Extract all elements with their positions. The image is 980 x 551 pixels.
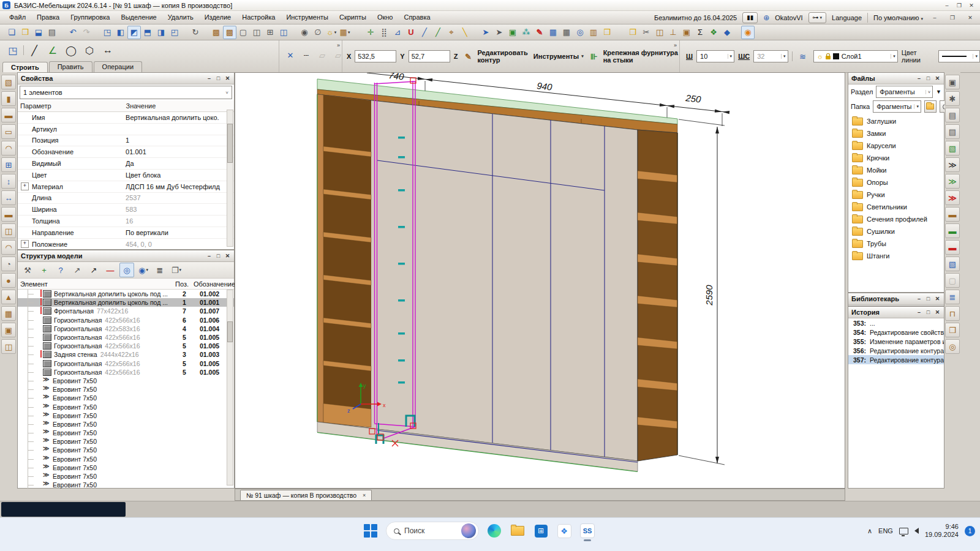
edit-contour-button[interactable]: ✎ Редактировать контур: [461, 49, 529, 64]
add-element-icon[interactable]: +: [37, 263, 51, 277]
clock[interactable]: 9:4619.09.2024: [925, 523, 959, 539]
property-row[interactable]: Артикул: [18, 124, 234, 135]
box-add-icon[interactable]: ▧: [945, 257, 960, 271]
sketch-plane-icon[interactable]: ⊿: [391, 26, 404, 39]
visibility-icon[interactable]: ◉: [136, 263, 151, 277]
menu-item[interactable]: Группировка: [65, 13, 115, 21]
razdel-combo[interactable]: Фрагменты˅: [876, 86, 933, 98]
tools-dropdown[interactable]: Инструменты▾: [533, 53, 584, 60]
radius-clock-icon[interactable]: ◔: [1, 257, 16, 271]
axes-cross-icon[interactable]: ✕: [283, 48, 298, 62]
volume-icon[interactable]: [914, 528, 919, 534]
menu-item[interactable]: Инструменты: [281, 13, 334, 21]
view-iso-icon[interactable]: ◳: [100, 26, 114, 39]
link-node-icon[interactable]: ↗: [70, 263, 85, 277]
property-row[interactable]: Длина 2537: [18, 193, 234, 204]
structure-row[interactable]: Евровинт 7x50: [18, 472, 234, 481]
panel-minimize-icon[interactable]: –: [206, 253, 213, 259]
folder-item[interactable]: Светильники: [850, 201, 944, 213]
stack-icon[interactable]: ≣: [945, 290, 960, 304]
tab-close-icon[interactable]: ×: [363, 492, 366, 498]
line-color-combo[interactable]: ▾: [938, 50, 980, 62]
structure-row[interactable]: Горизонтальная 422x566x16 6 01.006: [18, 316, 234, 324]
package-icon[interactable]: ▣: [680, 26, 693, 39]
block-icon[interactable]: ▧: [1, 75, 16, 89]
overflow-chevron-2[interactable]: »: [674, 42, 677, 48]
cut-cursor-icon[interactable]: ➤: [479, 26, 492, 39]
property-row[interactable]: Имя Вертикальная допилить цоко.: [18, 112, 234, 124]
restore-button[interactable]: ❐: [953, 1, 965, 10]
grid-snap-icon[interactable]: ⣿: [377, 26, 391, 39]
screw-del-icon[interactable]: ≫: [945, 190, 960, 205]
papka-combo[interactable]: Фрагменты▾: [873, 100, 921, 113]
session-icon[interactable]: ◉: [741, 26, 755, 39]
panel-close-icon[interactable]: ✕: [934, 75, 941, 81]
wood-box-icon[interactable]: ▦: [1, 306, 16, 321]
mode-tab[interactable]: Операции: [94, 61, 142, 72]
menu-item[interactable]: Выделение: [115, 13, 162, 21]
history-item[interactable]: 356: Редактирование контура и о: [848, 346, 944, 355]
structure-row[interactable]: Евровинт 7x50: [18, 402, 234, 411]
hidden-line-cube-icon[interactable]: ◫: [250, 26, 263, 39]
property-row[interactable]: Толщина 16: [18, 216, 234, 227]
background-console-window[interactable]: [1, 502, 126, 517]
panel-maximize-icon[interactable]: □: [925, 309, 932, 315]
folder-item[interactable]: Трубы: [850, 238, 944, 250]
find-doc-icon[interactable]: ◎: [573, 26, 587, 39]
structure-row[interactable]: Евровинт 7x50: [18, 429, 234, 437]
image-export-icon[interactable]: ▧: [945, 141, 960, 156]
find-element-icon[interactable]: ◎: [119, 263, 134, 277]
language-button[interactable]: Language: [832, 14, 862, 21]
plank-move-icon[interactable]: ▬: [945, 223, 960, 238]
folder-item[interactable]: Замки: [850, 127, 944, 140]
bent-panel-icon[interactable]: ◠: [1, 141, 16, 156]
wardrobe-icon[interactable]: ◫: [1, 223, 16, 238]
overflow-chevron[interactable]: »: [337, 42, 340, 48]
spec-table-icon[interactable]: ▦: [560, 26, 573, 39]
structure-row[interactable]: Евровинт 7x50: [18, 385, 234, 394]
edit-tools-icon[interactable]: ⚒: [20, 263, 35, 277]
folder-item[interactable]: Штанги: [850, 250, 944, 262]
line-tool-icon[interactable]: ╱: [26, 42, 42, 58]
seam-width-combo[interactable]: 32▾: [753, 50, 788, 62]
panel-maximize-icon[interactable]: □: [925, 296, 932, 302]
circle-tool-icon[interactable]: ◯: [63, 42, 79, 58]
vertical-panel-icon[interactable]: ▮: [1, 91, 16, 106]
panel-close-icon[interactable]: ✕: [224, 253, 231, 259]
structure-graph-icon[interactable]: ⁂: [519, 26, 533, 39]
scissors-icon[interactable]: ✂: [639, 26, 653, 39]
structure-scrollbar[interactable]: [227, 290, 233, 485]
x-input[interactable]: 532,5: [355, 50, 396, 62]
panel-close-icon[interactable]: ✕: [934, 296, 941, 302]
plank-del-icon[interactable]: ▬: [945, 240, 960, 255]
property-row[interactable]: Позиция 1: [18, 135, 234, 147]
structure-row[interactable]: Евровинт 7x50: [18, 377, 234, 385]
sum-icon[interactable]: Σ: [693, 26, 707, 39]
structure-row[interactable]: Евровинт 7x50: [18, 420, 234, 429]
rotate-view-icon[interactable]: ↻: [189, 26, 202, 39]
view-axon-icon[interactable]: ◰: [168, 26, 181, 39]
clamp-icon[interactable]: ⊓: [945, 306, 960, 321]
print-icon[interactable]: ▤: [45, 26, 59, 39]
structure-row[interactable]: Горизонтальная 422x566x16 5 01.005: [18, 342, 234, 350]
horizontal-dim-icon[interactable]: ↔: [1, 190, 16, 205]
structure-row[interactable]: Евровинт 7x50: [18, 411, 234, 420]
mode-tab[interactable]: Строить: [2, 62, 48, 73]
structure-row[interactable]: Горизонтальная 422x566x16 5 01.005: [18, 333, 234, 342]
expand-icon[interactable]: +: [21, 182, 29, 190]
doc-minimize-button[interactable]: –: [929, 13, 941, 22]
history-item[interactable]: 355: Изменение параметров издел: [848, 337, 944, 346]
undo-icon[interactable]: ↶: [66, 26, 80, 39]
structure-row[interactable]: Фронтальная 77x422x16 7 01.007: [18, 307, 234, 315]
folder-item[interactable]: Крючки: [850, 152, 944, 164]
folder-item[interactable]: Опоры: [850, 176, 944, 189]
polygon-tool-icon[interactable]: ⬡: [81, 42, 97, 58]
table-icon[interactable]: ▦: [546, 26, 560, 39]
sections-icon[interactable]: ◫: [1, 339, 16, 354]
structure-row[interactable]: Евровинт 7x50: [18, 463, 234, 472]
drawer-icon[interactable]: ▣: [1, 323, 16, 337]
dashed-line-icon[interactable]: ┄: [299, 48, 314, 62]
viewport-3d[interactable]: 740 940 250 2590: [235, 72, 845, 489]
layers-icon[interactable]: ≋: [796, 50, 810, 63]
layer-combo[interactable]: ☼ Слой1▾: [813, 50, 898, 62]
